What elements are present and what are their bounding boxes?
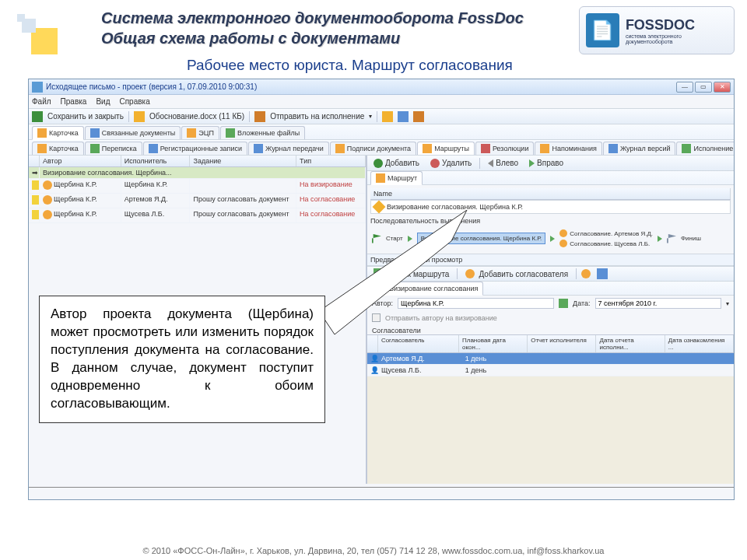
globe-icon[interactable] (398, 111, 409, 122)
menu-file[interactable]: Файл (32, 97, 51, 106)
logo-subtitle: система электронного документооборота (626, 33, 728, 44)
upper-tabs: Карточка Связанные документы ЭЦП Вложенн… (29, 124, 734, 140)
left-grid-row[interactable]: Щербина К.Р. Щусева Л.Б. Прошу согласова… (29, 208, 366, 223)
date-label: Дата: (573, 299, 590, 307)
tab-reminders[interactable]: Напоминания (535, 142, 601, 155)
logo: 📄 FOSSDOC система электронного документо… (579, 6, 735, 54)
tab-routes[interactable]: Маршруты (417, 142, 475, 156)
flow-finish: Финиш (681, 235, 701, 242)
flow-node[interactable]: Согласование. Артемов Я.Д. (559, 229, 653, 237)
left-grid-row[interactable]: ➡ Визирование согласования. Щербина... (29, 167, 366, 179)
titlebar: Исходящее письмо - проект (версия 1, 07.… (29, 79, 734, 95)
move-right-button[interactable]: Вправо (526, 158, 566, 168)
approver-row[interactable]: 👤 Артемов Я.Д. 1 день (367, 353, 734, 365)
maximize-button[interactable]: ▭ (695, 82, 712, 93)
tab-attachments[interactable]: Вложенные файлы (220, 126, 305, 139)
tab-card[interactable]: Карточка (32, 126, 84, 140)
add-button[interactable]: Добавить (370, 158, 423, 169)
send-icon (254, 111, 265, 122)
tab-version-log[interactable]: Журнал версий (603, 142, 676, 155)
attachment-label[interactable]: Обоснование.docx (11 КБ) (149, 112, 244, 121)
delete-icon (430, 159, 440, 168)
tab-related[interactable]: Связанные документы (85, 126, 181, 139)
menu-edit[interactable]: Правка (61, 97, 87, 106)
toolbar-primary: Сохранить и закрыть Обоснование.docx (11… (29, 109, 734, 124)
edit-icon[interactable] (559, 299, 568, 308)
tab-execution[interactable]: Исполнение документа (676, 142, 734, 155)
misc-icon[interactable] (413, 111, 424, 122)
menubar: Файл Правка Вид Справка (29, 95, 734, 109)
lower-tabs: Карточка Переписка Регистрационные запис… (29, 140, 734, 156)
send-button[interactable]: Отправить на исполнение (270, 112, 364, 121)
footer-copyright: © 2010 «ФОСС-Он-Лайн», г. Харьков, ул. Д… (0, 546, 747, 555)
route-toolbar: Добавить Удалить Влево Вправо (367, 156, 734, 171)
callout-text: Автор проекта документа (Щербина) может … (51, 306, 314, 411)
svg-marker-0 (319, 210, 467, 334)
tab-doc-signatures[interactable]: Подписи документа (330, 142, 416, 155)
tab-correspondence[interactable]: Переписка (85, 142, 142, 155)
star-icon[interactable] (382, 111, 393, 122)
window-title: Исходящее письмо - проект (версия 1, 07.… (46, 82, 676, 91)
left-grid-header: Автор Исполнитель Задание Тип (29, 156, 366, 167)
user-action-icon[interactable] (581, 269, 591, 278)
callout-box: Автор проекта документа (Щербина) может … (39, 296, 325, 423)
corner-decoration (17, 14, 59, 56)
tab-signature[interactable]: ЭЦП (181, 126, 219, 139)
logo-text: FOSSDOC (626, 17, 728, 33)
add-icon (374, 159, 383, 168)
date-input[interactable] (595, 298, 721, 309)
menu-view[interactable]: Вид (96, 97, 110, 106)
tab-transfer-log[interactable]: Журнал передачи (248, 142, 329, 155)
route-tab[interactable]: Маршрут (370, 171, 423, 185)
tab-registration[interactable]: Регистрационные записи (143, 142, 247, 155)
minimize-button[interactable]: — (676, 82, 693, 93)
approver-row[interactable]: 👤 Щусева Л.Б. 1 день (367, 365, 734, 376)
save-close-button[interactable]: Сохранить и закрыть (47, 112, 124, 121)
delete-button[interactable]: Удалить (427, 158, 475, 169)
flag-finish-icon (667, 234, 676, 243)
logo-icon: 📄 (586, 13, 619, 47)
arrow-left-icon (488, 159, 493, 167)
save-icon (32, 111, 43, 122)
arrow-right-icon (529, 159, 535, 167)
move-left-button[interactable]: Влево (485, 158, 521, 168)
left-grid-row[interactable]: Щербина К.Р. Артемов Я.Д. Прошу согласов… (29, 194, 366, 208)
window-icon (32, 82, 43, 93)
add-approver-button[interactable]: Добавить согласователя (462, 268, 571, 279)
tab-card2[interactable]: Карточка (32, 142, 84, 155)
tab-resolutions[interactable]: Резолюции (475, 142, 534, 155)
left-grid-row[interactable]: Щербина К.Р. Щербина К.Р. На визирование (29, 179, 366, 194)
slide-subtitle: Рабочее место юриста. Маршрут согласован… (187, 57, 747, 74)
attachment-icon (134, 111, 145, 122)
close-button[interactable]: ✕ (714, 82, 731, 93)
callout-pointer (319, 210, 475, 350)
misc-icon-2[interactable] (597, 268, 608, 279)
menu-help[interactable]: Справка (119, 97, 149, 106)
flow-node[interactable]: Согласование. Щусева Л.Б. (559, 240, 653, 247)
